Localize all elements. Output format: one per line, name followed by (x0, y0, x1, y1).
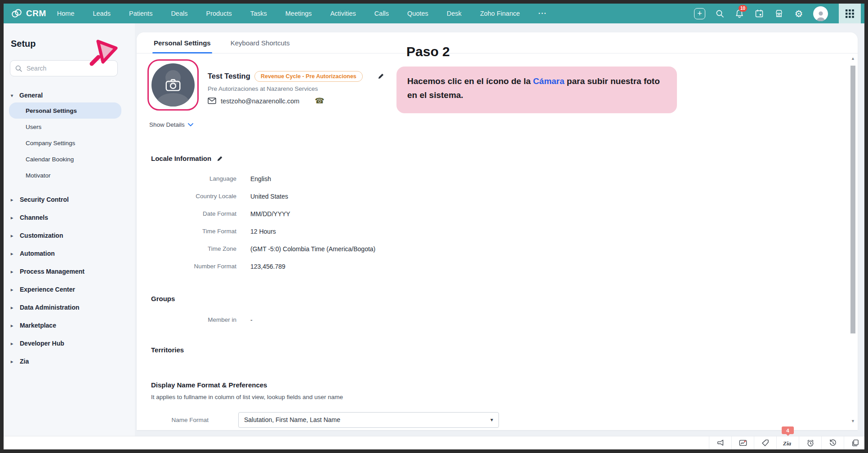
sidebar-section-process-management[interactable]: ▸Process Management (4, 262, 135, 280)
name-format-row: Name Format Salutation, First Name, Last… (151, 412, 499, 428)
field-value: MM/DD/YYYY (250, 210, 290, 218)
reminders-alarm-icon[interactable] (799, 436, 821, 449)
signals-activity-icon[interactable] (731, 436, 754, 449)
camera-icon[interactable] (165, 78, 182, 92)
profile-role-line: Pre Autorizaciones at Nazareno Services (208, 85, 318, 92)
field-label: Time Zone (151, 245, 236, 252)
sidebar-title: Setup (11, 39, 36, 49)
tab-keyboard-shortcuts[interactable]: Keyboard Shortcuts (231, 32, 290, 53)
nav-item-deals[interactable]: Deals (171, 10, 187, 17)
vertical-scrollbar[interactable]: ▲ ▼ (850, 55, 856, 425)
scroll-down-arrow[interactable]: ▼ (850, 417, 856, 425)
field-label: Language (151, 175, 236, 182)
chevron-right-icon: ▸ (11, 269, 15, 274)
copy-clipboard-icon[interactable] (844, 436, 864, 449)
section-title: Display Name Format & Preferences (151, 381, 267, 389)
sidebar-section-experience-center[interactable]: ▸Experience Center (4, 280, 135, 298)
tab-personal-settings[interactable]: Personal Settings (154, 32, 211, 53)
nav-item-products[interactable]: Products (206, 10, 231, 17)
calendar-icon[interactable] (754, 8, 765, 19)
field-row-time-zone: Time Zone(GMT -5:0) Colombia Time (Ameri… (151, 240, 375, 258)
email-icon (208, 98, 216, 104)
nav-item-tasks[interactable]: Tasks (250, 10, 267, 17)
more-menu-icon[interactable]: ··· (539, 9, 547, 18)
search-icon[interactable] (714, 8, 725, 19)
field-label: Number Format (151, 263, 236, 270)
chevron-right-icon: ▸ (11, 341, 15, 346)
profile-name: Test Testing (208, 72, 250, 80)
show-details-link[interactable]: Show Details (149, 121, 193, 128)
sidebar-item-users[interactable]: Users (4, 119, 135, 135)
field-value: - (250, 316, 253, 324)
sidebar-section-data-administration[interactable]: ▸Data Administration (4, 298, 135, 316)
settings-tabbar: Personal Settings Keyboard Shortcuts (137, 32, 858, 53)
settings-gear-icon[interactable]: ⚙ (793, 8, 804, 19)
tutorial-step-title: Paso 2 (406, 44, 450, 59)
notification-count-badge: 10 (739, 5, 747, 12)
nav-item-meetings[interactable]: Meetings (285, 10, 312, 17)
sidebar-section-automation[interactable]: ▸Automation (4, 244, 135, 262)
user-avatar[interactable] (813, 6, 828, 21)
notifications-bell-icon[interactable]: 10 (734, 8, 745, 19)
sidebar-section-channels[interactable]: ▸Channels (4, 209, 135, 226)
sidebar-section-label: Security Control (20, 196, 69, 203)
profile-email[interactable]: testzoho@nazarenollc.com (221, 98, 299, 105)
sidebar-section-label: Data Administration (20, 304, 80, 311)
apps-launcher-icon[interactable] (839, 4, 861, 23)
nav-item-zoho-finance[interactable]: Zoho Finance (480, 10, 520, 17)
sidebar-section-marketplace[interactable]: ▸Marketplace (4, 316, 135, 334)
sidebar-item-motivator[interactable]: Motivator (4, 167, 135, 183)
sidebar-section-developer-hub[interactable]: ▸Developer Hub (4, 334, 135, 352)
dropdown-selected-value: Salutation, First Name, Last Name (244, 416, 340, 423)
sidebar-section-label: Marketplace (20, 322, 56, 329)
profile-email-row: testzoho@nazarenollc.com ☎ (208, 97, 324, 105)
nav-item-home[interactable]: Home (57, 10, 75, 17)
field-label: Country Locale (151, 193, 236, 200)
sidebar-section-general[interactable]: ▾ General (4, 88, 135, 102)
nav-item-activities[interactable]: Activities (330, 10, 356, 17)
nav-item-calls[interactable]: Calls (374, 10, 389, 17)
scroll-up-arrow[interactable]: ▲ (850, 55, 856, 62)
zia-count-badge: 4 (782, 426, 794, 434)
nav-item-leads[interactable]: Leads (93, 10, 111, 17)
chevron-right-icon: ▸ (11, 359, 15, 364)
sidebar-item-calendar-booking[interactable]: Calendar Booking (4, 151, 135, 167)
sidebar-section-label: Process Management (20, 268, 85, 275)
scrollbar-thumb[interactable] (850, 66, 855, 333)
annotation-highlight: Cámara (533, 76, 565, 86)
chevron-right-icon: ▸ (11, 215, 15, 220)
profile-photo-upload[interactable] (147, 59, 199, 111)
phone-icon[interactable]: ☎ (315, 97, 324, 105)
tutorial-annotation-box: Hacemos clic en el ícono de la Cámara pa… (396, 67, 677, 113)
sidebar-collapsed-sections: ▸Security Control ▸Channels ▸Customizati… (4, 191, 135, 370)
marketplace-store-icon[interactable] (774, 8, 784, 19)
sidebar-section-label: Zia (20, 358, 29, 365)
sidebar-section-security-control[interactable]: ▸Security Control (4, 191, 135, 209)
crm-logo[interactable]: CRM (4, 8, 46, 19)
nav-item-patients[interactable]: Patients (129, 10, 152, 17)
field-row-country-locale: Country LocaleUnited States (151, 187, 375, 205)
history-icon[interactable] (821, 436, 844, 449)
sidebar-section-zia[interactable]: ▸Zia (4, 352, 135, 370)
zia-assistant-icon[interactable]: Zia (776, 436, 799, 449)
field-row-date-format: Date FormatMM/DD/YYYY (151, 205, 375, 222)
profile-role-badge: Revenue Cycle - Pre Autorizaciones (254, 71, 363, 82)
setup-sidebar: Setup ▾ General Personal Settings Users … (4, 23, 135, 436)
sidebar-section-label: Experience Center (20, 286, 75, 293)
name-format-dropdown[interactable]: Salutation, First Name, Last Name ▾ (238, 412, 499, 428)
field-row-language: LanguageEnglish (151, 170, 375, 187)
tag-icon[interactable] (754, 436, 776, 449)
edit-locale-pencil-icon[interactable] (217, 155, 223, 162)
sidebar-item-personal-settings[interactable]: Personal Settings (9, 102, 121, 119)
field-row-number-format: Number Format123,456.789 (151, 258, 375, 275)
nav-item-quotes[interactable]: Quotes (407, 10, 428, 17)
announcements-megaphone-icon[interactable] (709, 436, 731, 449)
sidebar-item-company-settings[interactable]: Company Settings (4, 135, 135, 151)
edit-profile-pencil-icon[interactable] (378, 73, 384, 80)
crm-logo-text: CRM (26, 9, 46, 18)
sidebar-section-customization[interactable]: ▸Customization (4, 226, 135, 244)
nav-item-desk[interactable]: Desk (447, 10, 462, 17)
field-row-time-format: Time Format12 Hours (151, 222, 375, 240)
add-new-icon[interactable]: + (694, 8, 705, 19)
chevron-down-icon: ▾ (490, 417, 493, 423)
